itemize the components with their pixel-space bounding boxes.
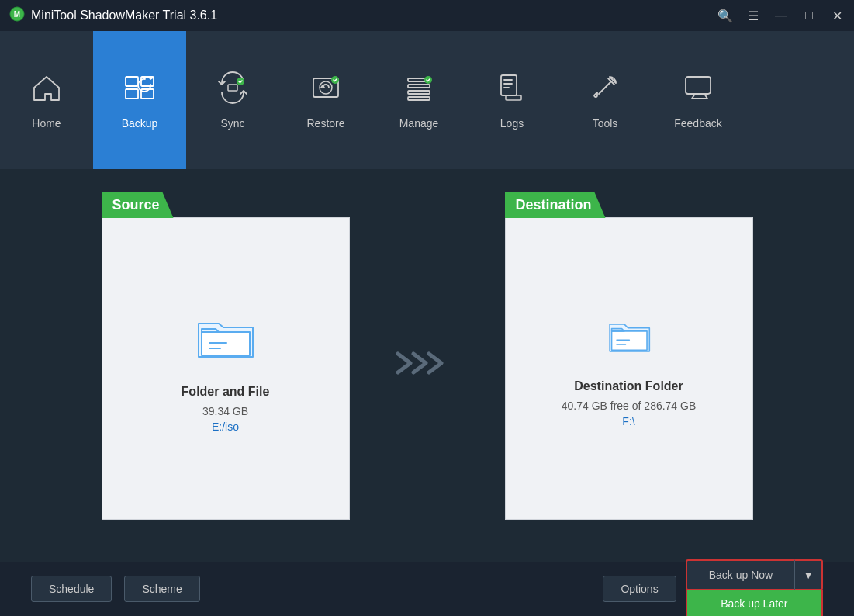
svg-rect-13 <box>408 91 430 94</box>
schedule-button[interactable]: Schedule <box>31 576 112 602</box>
source-card[interactable]: Folder and File 39.34 GB E:/iso <box>102 217 350 520</box>
nav-item-tools[interactable]: Tools <box>558 31 652 169</box>
restore-icon <box>309 71 343 109</box>
bottom-bar: Schedule Scheme Options Back up Now ▼ Ba… <box>0 562 854 616</box>
svg-rect-17 <box>506 95 521 100</box>
svg-rect-21 <box>686 77 711 94</box>
source-folder-icon <box>191 304 261 369</box>
svg-rect-6 <box>228 85 237 91</box>
title-bar-left: M MiniTool ShadowMaker Trial 3.6.1 <box>9 6 217 25</box>
svg-text:M: M <box>14 10 20 19</box>
options-button[interactable]: Options <box>603 576 676 602</box>
source-label: Source <box>102 192 174 218</box>
destination-card-wrapper: Destination Destination Folder 40.74 GB … <box>505 192 753 520</box>
source-size: 39.34 GB <box>202 405 248 417</box>
svg-rect-14 <box>408 97 430 100</box>
home-icon <box>29 71 64 109</box>
manage-icon <box>402 71 436 109</box>
title-text: MiniTool ShadowMaker Trial 3.6.1 <box>31 9 217 22</box>
search-icon[interactable]: 🔍 <box>717 9 733 23</box>
source-path: E:/iso <box>212 420 239 433</box>
title-bar: M MiniTool ShadowMaker Trial 3.6.1 🔍 ☰ —… <box>0 0 854 31</box>
app-logo: M <box>9 6 25 25</box>
minimize-icon[interactable]: — <box>773 9 789 22</box>
backup-now-dropdown-button[interactable]: ▼ <box>794 559 823 590</box>
destination-label: Destination <box>505 192 606 218</box>
svg-rect-16 <box>501 75 517 95</box>
sync-icon <box>216 71 250 109</box>
title-bar-controls: 🔍 ☰ — □ ✕ <box>717 9 845 23</box>
bottom-left: Schedule Scheme <box>31 576 200 602</box>
source-card-wrapper: Source Folder and File 39.34 GB E:/iso <box>102 192 350 520</box>
arrow-area <box>396 348 458 379</box>
backup-later-button[interactable]: Back up Later <box>686 590 823 616</box>
logs-icon <box>495 71 529 109</box>
destination-folder-icon <box>600 310 658 364</box>
nav-item-restore[interactable]: Restore <box>279 31 372 169</box>
svg-rect-2 <box>126 77 138 86</box>
main-content: Source Folder and File 39.34 GB E:/iso <box>0 169 854 562</box>
backup-now-group: Back up Now ▼ Back up Later <box>686 559 823 616</box>
destination-card[interactable]: Destination Folder 40.74 GB free of 286.… <box>505 217 753 520</box>
nav-item-feedback[interactable]: Feedback <box>652 31 745 169</box>
maximize-icon[interactable]: □ <box>801 9 817 22</box>
svg-rect-12 <box>408 85 430 88</box>
menu-icon[interactable]: ☰ <box>745 9 761 23</box>
nav-bar: Home Backup <box>0 31 854 169</box>
svg-rect-4 <box>126 89 138 99</box>
source-title: Folder and File <box>182 385 270 399</box>
destination-path: F:\ <box>622 415 634 427</box>
backup-now-button[interactable]: Back up Now <box>686 559 794 590</box>
nav-item-home[interactable]: Home <box>0 31 93 169</box>
close-icon[interactable]: ✕ <box>829 9 845 23</box>
tools-icon <box>588 71 622 109</box>
destination-free-space: 40.74 GB free of 286.74 GB <box>562 400 697 412</box>
nav-item-sync[interactable]: Sync <box>186 31 279 169</box>
scheme-button[interactable]: Scheme <box>124 576 199 602</box>
nav-item-backup[interactable]: Backup <box>93 31 186 169</box>
destination-title: Destination Folder <box>574 379 683 393</box>
feedback-icon <box>681 71 715 109</box>
backup-now-row: Back up Now ▼ <box>686 559 823 590</box>
nav-item-logs[interactable]: Logs <box>465 31 558 169</box>
backup-icon <box>123 71 157 109</box>
bottom-right: Options Back up Now ▼ Back up Later <box>603 559 823 616</box>
nav-item-manage[interactable]: Manage <box>372 31 465 169</box>
